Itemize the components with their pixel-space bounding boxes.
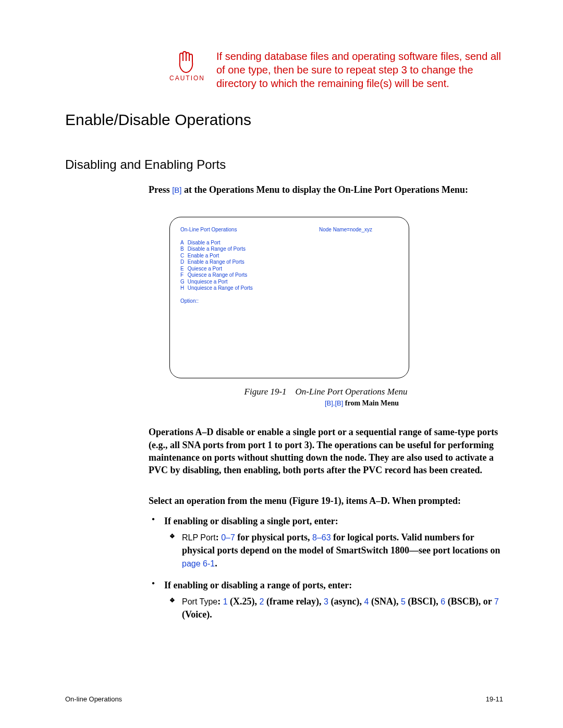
caution-label: CAUTION <box>169 75 205 82</box>
menu-table: ADisable a PortBDisable a Range of Ports… <box>180 240 256 292</box>
page-footer: On-line Operations 19-11 <box>65 695 503 703</box>
key-b: [B] <box>172 186 181 194</box>
node-name: Node Name=node_xyz <box>319 227 372 233</box>
bullet-single-port: If enabling or disabling a single port, … <box>149 515 503 571</box>
sub-rlp-port: RLP Port: 0–7 for physical ports, 8–63 f… <box>164 531 503 571</box>
caution-block: CAUTION If sending database files and op… <box>169 50 503 90</box>
figure-path: [B],[B] from Main Menu <box>149 399 503 408</box>
intro-text: Press [B] at the Operations Menu to disp… <box>149 183 503 196</box>
heading-ports: Disabling and Enabling Ports <box>65 157 503 172</box>
heading-enable-disable: Enable/Disable Operations <box>65 111 503 129</box>
sub-port-type: Port Type: 1 (X.25), 2 (frame relay), 3 … <box>164 595 503 621</box>
footer-right: 19-11 <box>486 695 503 703</box>
bullet-range-ports: If enabling or disabling a range of port… <box>149 579 503 622</box>
paragraph-2: Select an operation from the menu (Figur… <box>149 495 503 507</box>
option-prompt: Option:: <box>180 298 398 305</box>
caution-icon: CAUTION <box>169 50 205 82</box>
page-link[interactable]: page 6-1 <box>182 559 215 568</box>
caution-text: If sending database files and operating … <box>216 50 503 90</box>
terminal-screen: Node Name=node_xyz On-Line Port Operatio… <box>169 217 409 378</box>
paragraph-1: Operations A–D disable or enable a singl… <box>149 426 503 476</box>
figure-caption: Figure 19-1 On-Line Port Operations Menu <box>149 387 503 397</box>
footer-left: On-line Operations <box>65 695 122 703</box>
